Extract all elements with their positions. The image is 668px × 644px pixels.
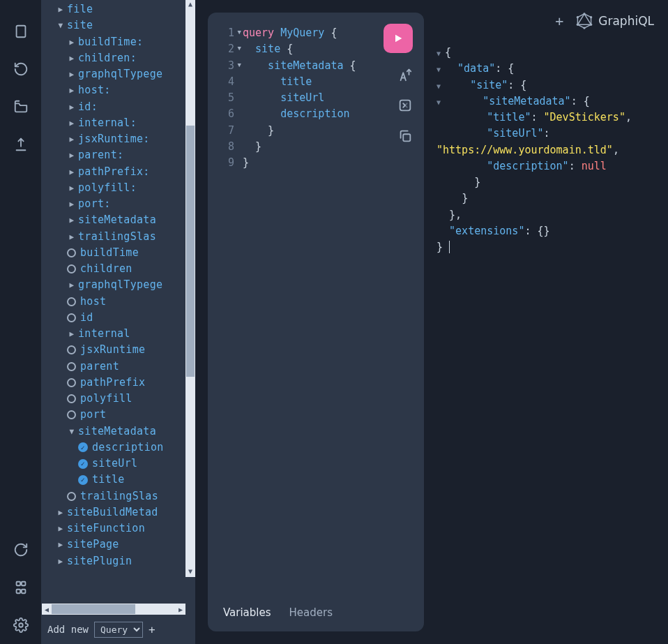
tree-row[interactable]: polyfill [42,391,195,407]
caret-right-icon[interactable]: ▶ [67,149,77,161]
tree-label: siteFunction [67,521,145,537]
refresh-icon[interactable] [13,542,29,557]
tree-label: polyfill: [78,180,137,196]
tree-label: host [80,294,106,310]
svg-rect-4 [21,590,24,594]
tree-row[interactable]: ▶port: [42,196,195,212]
tree-row[interactable]: ▶internal [42,326,195,342]
tree-row[interactable]: ▶sitePlugin [42,553,195,569]
add-new-plus[interactable]: + [149,623,155,636]
caret-right-icon[interactable]: ▶ [67,52,77,64]
document-icon[interactable] [13,24,29,39]
svg-rect-1 [16,582,20,586]
tree-row[interactable]: parent [42,359,195,375]
tree-row[interactable]: ✓description [42,440,195,456]
radio-icon[interactable] [67,313,76,322]
radio-icon[interactable] [67,394,76,403]
tree-row[interactable]: ✓title [42,472,195,488]
tree-row[interactable]: ▶file [42,1,195,17]
radio-icon[interactable] [67,248,76,257]
tree-row[interactable]: ▶id: [42,99,195,115]
caret-right-icon[interactable]: ▶ [56,507,66,518]
radio-icon[interactable] [67,362,76,371]
explorer-hscrollbar[interactable]: ◀▶ [42,604,185,615]
export-icon[interactable] [13,137,29,152]
caret-right-icon[interactable]: ▶ [67,133,77,145]
new-tab-button[interactable]: + [555,13,563,29]
caret-right-icon[interactable]: ▶ [67,117,77,129]
tree-row[interactable]: ▶siteMetadata [42,212,195,228]
tree-row[interactable]: ▶graphqlTypege [42,277,195,293]
tree-row[interactable]: host [42,294,195,310]
add-new-select[interactable]: Query [94,622,143,638]
caret-right-icon[interactable]: ▶ [67,68,77,80]
tree-label: graphqlTypege [78,66,162,82]
tree-row[interactable]: ▼siteMetadata [42,424,195,440]
tree-label: port: [78,196,111,212]
check-icon[interactable]: ✓ [78,459,88,469]
caret-down-icon[interactable]: ▼ [67,426,77,437]
tree-row[interactable]: ▶host: [42,82,195,98]
tree-row[interactable]: ▶buildTime: [42,34,195,50]
explorer-vscrollbar[interactable]: ▲ ▼ [185,0,195,577]
tree-row[interactable]: ✓siteUrl [42,456,195,472]
tree-row[interactable]: children [42,261,195,277]
tree-label: buildTime [80,245,139,261]
caret-right-icon[interactable]: ▶ [67,198,77,210]
caret-right-icon[interactable]: ▶ [67,328,77,340]
caret-right-icon[interactable]: ▶ [67,231,77,243]
tree-row[interactable]: ▼site [42,17,195,33]
tree-row[interactable]: buildTime [42,245,195,261]
tree-row[interactable]: ▶siteFunction [42,521,195,537]
tree-row[interactable]: trailingSlas [42,488,195,504]
tree-row[interactable]: ▶siteBuildMetad [42,504,195,521]
keyboard-icon[interactable] [13,580,29,595]
tree-row[interactable]: ▶children: [42,50,195,66]
caret-right-icon[interactable]: ▶ [56,539,66,551]
history-icon[interactable] [13,61,29,77]
radio-icon[interactable] [67,345,76,354]
caret-right-icon[interactable]: ▶ [67,101,77,113]
tree-row[interactable]: id [42,310,195,326]
caret-right-icon[interactable]: ▶ [67,166,77,178]
caret-right-icon[interactable]: ▶ [56,3,66,15]
tab-variables[interactable]: Variables [223,606,271,619]
tree-row[interactable]: port [42,407,195,423]
tree-row[interactable]: ▶sitePage [42,537,195,553]
radio-icon[interactable] [67,410,76,419]
field-tree[interactable]: ▶file▼site▶buildTime:▶children:▶graphqlT… [42,0,195,574]
tree-row[interactable]: ▶parent: [42,147,195,163]
tree-label: trailingSlas [78,229,156,245]
result-viewer[interactable]: ▼{ ▼ "data": { ▼ "site": { ▼ "siteMetada… [424,13,655,631]
gear-icon[interactable] [13,617,29,633]
tab-headers[interactable]: Headers [289,606,333,619]
caret-right-icon[interactable]: ▶ [67,214,77,226]
tree-row[interactable]: ▶trailingSlas [42,229,195,245]
caret-right-icon[interactable]: ▶ [56,523,66,534]
tree-label: buildTime: [78,34,143,50]
code-area[interactable]: 1▼2▼3▼456789 query MyQuery { site { site… [208,13,424,594]
tree-row[interactable]: jsxRuntime [42,342,195,358]
tree-label: pathPrefix [80,375,145,391]
tree-row[interactable]: ▶polyfill: [42,180,195,196]
radio-icon[interactable] [67,378,76,387]
check-icon[interactable]: ✓ [78,442,88,452]
tree-label: jsxRuntime: [78,131,150,147]
caret-right-icon[interactable]: ▶ [67,36,77,48]
caret-right-icon[interactable]: ▶ [67,84,77,96]
tree-label: siteMetadata [78,424,156,440]
caret-right-icon[interactable]: ▶ [67,182,77,194]
caret-right-icon[interactable]: ▶ [56,555,66,567]
caret-down-icon[interactable]: ▼ [56,20,66,31]
tree-row[interactable]: ▶graphqlTypege [42,66,195,82]
tree-row[interactable]: ▶internal: [42,115,195,131]
check-icon[interactable]: ✓ [78,475,88,485]
tree-row[interactable]: pathPrefix [42,375,195,391]
folder-icon[interactable] [13,99,29,114]
tree-row[interactable]: ▶pathPrefix: [42,164,195,180]
radio-icon[interactable] [67,264,76,274]
radio-icon[interactable] [67,297,76,306]
tree-row[interactable]: ▶jsxRuntime: [42,131,195,147]
caret-right-icon[interactable]: ▶ [67,279,77,291]
radio-icon[interactable] [67,492,76,501]
